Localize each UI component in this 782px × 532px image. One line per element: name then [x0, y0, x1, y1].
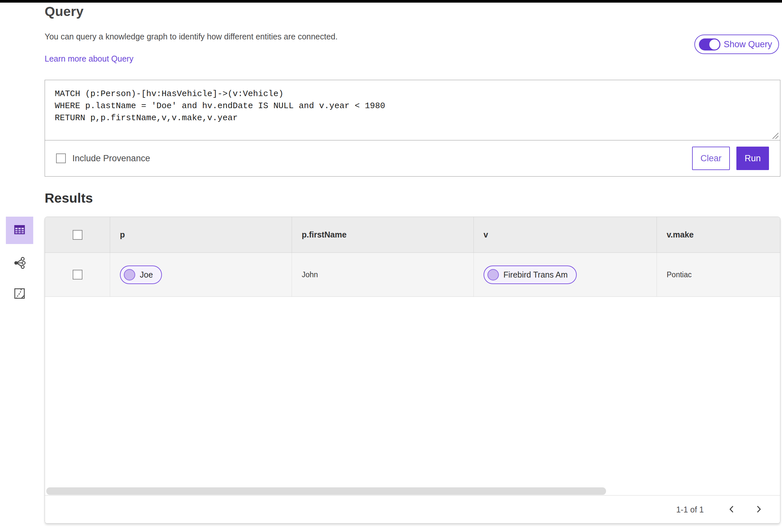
results-table-header: p p.firstName v v.make: [45, 217, 780, 253]
results-panel: p p.firstName v v.make Joe John Firebird…: [45, 217, 780, 524]
select-all-checkbox[interactable]: [73, 230, 82, 240]
header-checkbox-cell: [45, 217, 110, 252]
query-code-input[interactable]: MATCH (p:Person)-[hv:HasVehicle]->(v:Veh…: [45, 80, 780, 140]
next-page-button[interactable]: [749, 500, 768, 519]
chevron-left-icon: [727, 505, 736, 515]
cell-make-value: Pontiac: [667, 271, 692, 279]
table-icon: [13, 223, 26, 238]
cell-firstname-value: John: [302, 271, 318, 279]
column-header-v[interactable]: v: [474, 217, 657, 252]
column-header-make[interactable]: v.make: [657, 217, 780, 252]
window-top-border: [0, 0, 782, 3]
link-chart-icon: [13, 256, 26, 271]
run-button[interactable]: Run: [736, 147, 769, 170]
learn-more-link[interactable]: Learn more about Query: [45, 54, 133, 64]
page-title: Query: [45, 4, 84, 19]
show-query-label: Show Query: [724, 39, 772, 49]
include-provenance-checkbox[interactable]: [56, 153, 66, 163]
cell-v: Firebird Trans Am: [474, 253, 657, 296]
pagination-range-label: 1-1 of 1: [676, 505, 704, 515]
previous-page-button[interactable]: [723, 500, 741, 519]
map-icon: [13, 287, 26, 301]
results-heading: Results: [45, 190, 93, 206]
cell-firstname: John: [292, 253, 474, 296]
chevron-right-icon: [754, 505, 763, 515]
table-pagination-bar: 1-1 of 1: [45, 496, 780, 524]
cell-p: Joe: [110, 253, 292, 296]
entity-pill-person[interactable]: Joe: [120, 265, 162, 284]
entity-pill-label: Joe: [140, 270, 153, 280]
entity-node-icon: [124, 269, 135, 281]
entity-node-icon: [488, 269, 499, 281]
table-row: Joe John Firebird Trans Am Pontiac: [45, 253, 780, 297]
entity-pill-label: Firebird Trans Am: [503, 270, 568, 280]
cell-make: Pontiac: [657, 253, 780, 296]
row-select-checkbox[interactable]: [73, 270, 82, 280]
column-header-p[interactable]: p: [110, 217, 292, 252]
include-provenance-label: Include Provenance: [72, 153, 150, 164]
view-switch-link-chart[interactable]: [6, 250, 33, 277]
page-description: You can query a knowledge graph to ident…: [45, 32, 337, 41]
toggle-knob: [709, 39, 719, 49]
entity-pill-vehicle[interactable]: Firebird Trans Am: [484, 265, 577, 284]
show-query-toggle[interactable]: Show Query: [695, 35, 779, 54]
query-editor-footer: Include Provenance Clear Run: [45, 140, 780, 176]
view-switch-table[interactable]: [6, 217, 33, 244]
clear-button[interactable]: Clear: [692, 147, 730, 170]
view-switch-map[interactable]: [6, 281, 33, 308]
column-header-firstname[interactable]: p.firstName: [292, 217, 474, 252]
toggle-on-icon[interactable]: [699, 38, 720, 50]
horizontal-scrollbar-thumb[interactable]: [46, 487, 606, 495]
query-editor-container: MATCH (p:Person)-[hv:HasVehicle]->(v:Veh…: [45, 80, 780, 177]
row-checkbox-cell: [45, 253, 110, 296]
